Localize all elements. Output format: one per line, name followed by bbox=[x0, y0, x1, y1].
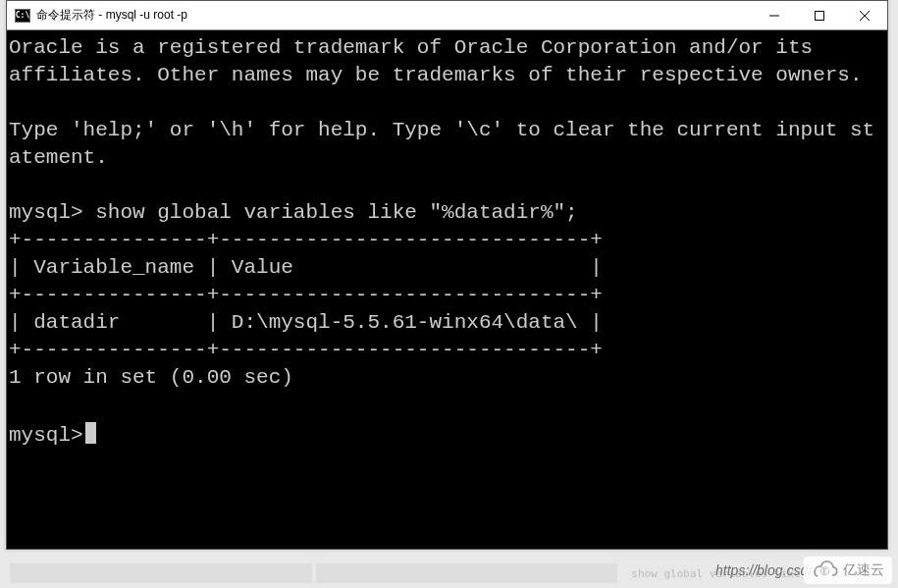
table-border: +---------------+-----------------------… bbox=[9, 284, 603, 306]
banner-text-1: Oracle is a registered trademark of Orac… bbox=[9, 36, 813, 59]
mysql-prompt: mysql> bbox=[9, 422, 83, 450]
background-strip bbox=[10, 563, 312, 583]
command-prompt-window: C:\ 命令提示符 - mysql -u root -p Oracle is a… bbox=[6, 0, 888, 550]
terminal-cursor bbox=[85, 422, 96, 444]
close-button[interactable] bbox=[842, 1, 887, 29]
minimize-icon bbox=[769, 11, 779, 21]
terminal-output[interactable]: Oracle is a registered trademark of Orac… bbox=[7, 30, 887, 549]
table-header: | Variable_name | Value | bbox=[9, 256, 603, 279]
window-titlebar[interactable]: C:\ 命令提示符 - mysql -u root -p bbox=[7, 1, 887, 30]
maximize-icon bbox=[815, 11, 824, 21]
close-icon bbox=[860, 11, 870, 21]
minimize-button[interactable] bbox=[752, 1, 797, 29]
cmd-icon: C:\ bbox=[15, 9, 30, 23]
watermark-logo: Ⓔ 亿速云 bbox=[804, 557, 892, 584]
window-controls bbox=[752, 1, 887, 29]
cloud-icon: Ⓔ bbox=[812, 561, 839, 580]
maximize-button[interactable] bbox=[797, 1, 842, 29]
window-title: 命令提示符 - mysql -u root -p bbox=[36, 7, 752, 24]
help-text: Type 'help;' or '\h' for help. Type '\c'… bbox=[9, 119, 874, 169]
mysql-prompt: mysql> bbox=[9, 201, 83, 224]
watermark-url: https://blog.csdn bbox=[715, 562, 816, 578]
table-border: +---------------+-----------------------… bbox=[9, 229, 603, 251]
table-row: | datadir | D:\mysql-5.5.61-winx64\data\… bbox=[9, 311, 603, 334]
svg-text:Ⓔ: Ⓔ bbox=[821, 566, 830, 576]
sql-command: show global variables like "%datadir%"; bbox=[95, 201, 577, 224]
result-summary: 1 row in set (0.00 sec) bbox=[9, 366, 293, 389]
watermark-text: 亿速云 bbox=[843, 561, 884, 579]
banner-text-2: affiliates. Other names may be trademark… bbox=[9, 64, 863, 86]
svg-rect-1 bbox=[816, 11, 824, 20]
table-border: +---------------+-----------------------… bbox=[9, 339, 603, 361]
background-strip bbox=[316, 563, 618, 583]
